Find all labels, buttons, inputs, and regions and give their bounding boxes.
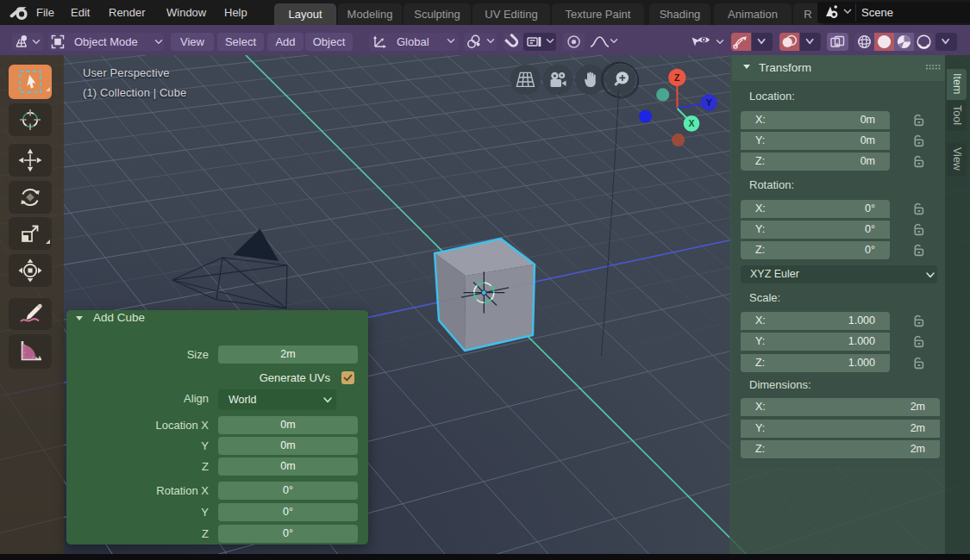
svg-text:X: X <box>688 118 694 128</box>
svg-text:Z: Z <box>674 72 680 83</box>
svg-text:Y: Y <box>706 97 712 108</box>
